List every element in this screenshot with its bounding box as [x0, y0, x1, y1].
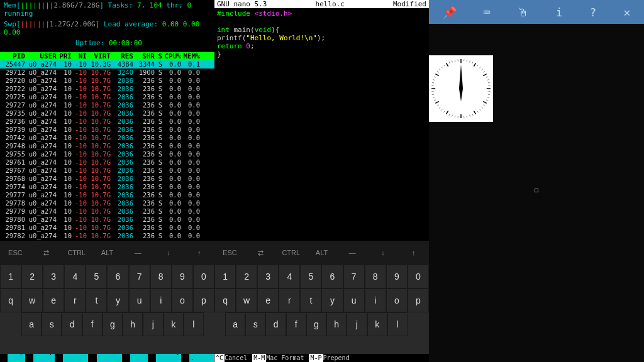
table-row[interactable]: 29767u0_a27410-1010.7G2036236S0.00.0 [0, 167, 214, 175]
key-⇄[interactable]: ⇄ [245, 241, 276, 265]
table-row[interactable]: 29727u0_a27410-1010.7G2036236S0.00.0 [0, 101, 214, 109]
pin-icon[interactable]: 📌 [443, 6, 457, 19]
table-row[interactable]: 29778u0_a27410-1010.7G2036236S0.00.0 [0, 199, 214, 207]
key-↑[interactable]: ↑ [398, 241, 429, 265]
key-0[interactable]: 0 [193, 265, 214, 288]
key-CTRL[interactable]: CTRL [61, 241, 92, 265]
key-t[interactable]: t [86, 288, 107, 312]
close-icon[interactable]: ✕ [624, 6, 631, 19]
key-o[interactable]: o [386, 288, 408, 312]
key-h[interactable]: h [123, 312, 143, 336]
key-s[interactable]: s [42, 312, 62, 336]
key-y[interactable]: y [321, 288, 343, 312]
key-5[interactable]: 5 [300, 265, 321, 288]
key-9[interactable]: 9 [386, 265, 408, 288]
table-row[interactable]: 29736u0_a27410-1010.7G2036236S0.00.0 [0, 118, 214, 126]
key-⇄[interactable]: ⇄ [31, 241, 62, 265]
key-f[interactable]: f [286, 312, 306, 336]
key-a[interactable]: a [21, 312, 42, 336]
table-row[interactable]: 29742u0_a27410-1010.7G2036236S0.00.0 [0, 134, 214, 142]
table-row[interactable]: 29722u0_a27410-1010.7G2036236S0.00.0 [0, 85, 214, 93]
table-row[interactable]: 29768u0_a27410-1010.7G2036236S0.00.0 [0, 175, 214, 183]
key-y[interactable]: y [107, 288, 128, 312]
key-2[interactable]: 2 [21, 265, 43, 288]
key-u[interactable]: u [129, 288, 150, 312]
table-row[interactable]: 29780u0_a27410-1010.7G2036236S0.00.0 [0, 216, 214, 224]
key-g[interactable]: g [103, 312, 123, 336]
key-4[interactable]: 4 [64, 265, 86, 288]
key-7[interactable]: 7 [129, 265, 150, 288]
keyboard-icon[interactable]: ⌨ [484, 6, 491, 19]
key-q[interactable]: q [0, 288, 21, 312]
key-ALT[interactable]: ALT [92, 241, 123, 265]
key-6[interactable]: 6 [321, 265, 343, 288]
help-icon[interactable]: ? [590, 6, 597, 19]
key-ESC[interactable]: ESC [214, 241, 245, 265]
key-j[interactable]: j [143, 312, 163, 336]
key-—[interactable]: — [123, 241, 153, 265]
key-q[interactable]: q [214, 288, 236, 312]
key-2[interactable]: 2 [236, 265, 257, 288]
key-w[interactable]: w [236, 288, 257, 312]
key-9[interactable]: 9 [172, 265, 193, 288]
key-l[interactable]: l [387, 312, 408, 336]
key-f[interactable]: f [82, 312, 103, 336]
key-↓[interactable]: ↓ [153, 241, 184, 265]
table-row[interactable]: 29748u0_a27410-1010.7G2036236S0.00.0 [0, 142, 214, 150]
table-row[interactable]: 29712u0_a27410-1010.7G32401900S0.00.0 [0, 69, 214, 77]
mouse-icon[interactable]: 🖱 [518, 6, 529, 19]
key-—[interactable]: — [337, 241, 368, 265]
table-row[interactable]: 29735u0_a27410-1010.7G2036236S0.00.0 [0, 109, 214, 118]
key-k[interactable]: k [164, 312, 184, 336]
table-row[interactable]: 29755u0_a27410-1010.7G2036236S0.00.0 [0, 150, 214, 158]
table-row[interactable]: 29777u0_a27410-1010.7G2036236S0.00.0 [0, 191, 214, 199]
key-s[interactable]: s [245, 312, 265, 336]
table-row[interactable]: 29761u0_a27410-1010.7G2036236S0.00.0 [0, 158, 214, 167]
key-↓[interactable]: ↓ [368, 241, 399, 265]
key-o[interactable]: o [172, 288, 193, 312]
key-8[interactable]: 8 [150, 265, 172, 288]
clock-widget[interactable] [429, 55, 493, 122]
key-1[interactable]: 1 [214, 265, 236, 288]
table-row[interactable]: 29782u0_a27410-1010.7G2036236S0.00.0 [0, 232, 214, 240]
key-r[interactable]: r [279, 288, 300, 312]
key-d[interactable]: d [62, 312, 82, 336]
table-row[interactable]: 29739u0_a27410-1010.7G2036236S0.00.0 [0, 126, 214, 134]
table-row[interactable]: 29774u0_a27410-1010.7G2036236S0.00.0 [0, 183, 214, 191]
key-0[interactable]: 0 [408, 265, 429, 288]
key-4[interactable]: 4 [279, 265, 300, 288]
key-7[interactable]: 7 [343, 265, 365, 288]
key-j[interactable]: j [347, 312, 367, 336]
info-icon[interactable]: i [556, 6, 563, 19]
key-h[interactable]: h [326, 312, 347, 336]
key-p[interactable]: p [408, 288, 429, 312]
key-6[interactable]: 6 [107, 265, 128, 288]
key-8[interactable]: 8 [365, 265, 386, 288]
key-e[interactable]: e [43, 288, 64, 312]
table-row[interactable]: 29779u0_a27410-1010.7G2036236S0.00.0 [0, 207, 214, 216]
key-p[interactable]: p [193, 288, 214, 312]
key-a[interactable]: a [225, 312, 245, 336]
table-row-selected[interactable]: 25447u0_a27410-1010.3G43843344S0.00.1 [0, 60, 214, 69]
key-w[interactable]: w [21, 288, 43, 312]
key-u[interactable]: u [343, 288, 365, 312]
key-t[interactable]: t [300, 288, 321, 312]
key-1[interactable]: 1 [0, 265, 21, 288]
key-CTRL[interactable]: CTRL [275, 241, 306, 265]
key-↑[interactable]: ↑ [184, 241, 214, 265]
table-row[interactable]: 29725u0_a27410-1010.7G2036236S0.00.0 [0, 93, 214, 101]
key-5[interactable]: 5 [86, 265, 107, 288]
key-d[interactable]: d [265, 312, 286, 336]
key-l[interactable]: l [184, 312, 204, 336]
table-row[interactable]: 29720u0_a27410-1010.7G2036236S0.00.0 [0, 77, 214, 85]
key-e[interactable]: e [257, 288, 279, 312]
key-3[interactable]: 3 [257, 265, 279, 288]
key-ALT[interactable]: ALT [306, 241, 337, 265]
key-3[interactable]: 3 [43, 265, 64, 288]
key-ESC[interactable]: ESC [0, 241, 31, 265]
nano-editor[interactable]: #include <stdio.h> int main(void){ print… [214, 8, 429, 60]
key-i[interactable]: i [150, 288, 172, 312]
key-g[interactable]: g [306, 312, 326, 336]
key-k[interactable]: k [367, 312, 387, 336]
key-i[interactable]: i [365, 288, 386, 312]
